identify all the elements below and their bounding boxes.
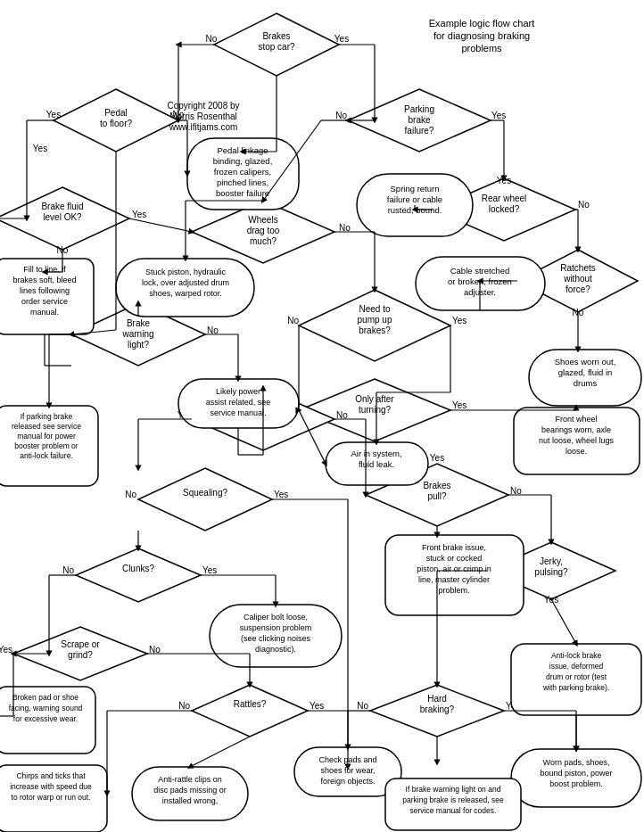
parking-no-label: No: [335, 111, 347, 120]
pedal-linkage-text1: Pedal linkage: [217, 145, 268, 155]
front-brake-text1: Front brake issue,: [422, 543, 486, 552]
anti-rattle-text3: installed wrong,: [162, 796, 219, 805]
check-pads-text3: foreign objects.: [320, 777, 375, 786]
front-wheel-text3: nut loose, wheel lugs: [539, 436, 615, 445]
brakes-stop-yes: Yes: [334, 34, 349, 44]
arrow-rattles-yes3: [190, 737, 250, 767]
arrow-fluid-yes: [129, 218, 192, 232]
air-text1: Air in system,: [351, 449, 401, 458]
hard-braking-no-label: No: [357, 701, 368, 711]
rattles-yes-label: Yes: [310, 701, 324, 711]
shoes-text1: Shoes worn out,: [555, 357, 616, 367]
anti-lock-text2: issue, deformed: [549, 662, 604, 671]
pedal-linkage-text4: pinched lines,: [217, 177, 268, 187]
broken-pad-text1: Broken pad or shoe: [12, 693, 78, 702]
pump-no-label: No: [287, 316, 299, 325]
pump-yes-label: Yes: [452, 316, 466, 325]
spring-text1: Spring return: [391, 184, 440, 194]
air-text2: fluid leak.: [359, 459, 394, 469]
pedal-linkage-text3: frozen calipers,: [214, 167, 271, 177]
ratchets-label3: force?: [566, 284, 590, 294]
clunks-label: Clunks?: [122, 564, 155, 573]
brake-warning-label3: light?: [128, 340, 149, 350]
arrow-jerky-yes: [551, 599, 576, 644]
cable-text1: Cable stretched: [450, 266, 510, 276]
brakes-stop-no: No: [206, 34, 218, 44]
only-turning-yes-label: Yes: [452, 400, 466, 410]
brake-warning-service-text3: service manual for codes.: [410, 806, 497, 815]
front-brake-text4: line, master cylinder: [418, 575, 490, 584]
brake-warning-service-text2: parking brake is released, see: [402, 795, 504, 804]
broken-pad-text2: facing, warning sound: [9, 704, 83, 713]
fill-text5: manual.: [30, 308, 59, 317]
caliper-text3: (see clicking noises: [241, 634, 311, 643]
brakes-pull-no-label: No: [510, 486, 522, 496]
flowchart-svg: Example logic flow chart for diagnosing …: [0, 0, 644, 832]
squealing-yes-label: Yes: [274, 490, 288, 499]
chart-subtitle1: for diagnosing braking: [433, 30, 530, 41]
worn-pads-text1: Worn pads, shoes,: [543, 758, 610, 767]
parking-brake-label1: Parking: [404, 104, 434, 114]
ratchets-label1: Ratchets: [560, 263, 595, 273]
scrape-yes-label: Yes: [0, 645, 12, 655]
scrape-label1: Scrape or: [61, 639, 100, 649]
chart-subtitle2: problems: [461, 43, 502, 54]
hard-braking-label1: Hard: [427, 694, 447, 704]
front-wheel-text4: loose.: [566, 447, 587, 456]
rattles-diamond: [192, 685, 308, 737]
parking-released-text4: booster problem or: [14, 441, 78, 450]
front-brake-text3: piston, air or crimp in: [417, 564, 491, 573]
rattles-label: Rattles?: [234, 699, 267, 709]
check-pads-text2: shoes for wear,: [320, 766, 375, 775]
worn-pads-text2: bound piston, power: [540, 769, 612, 778]
brakes-stop-car-label2: stop car?: [258, 42, 295, 52]
ratchets-label2: without: [563, 274, 592, 284]
pump-brakes-label3: brakes?: [359, 325, 391, 335]
pedal-to-floor-label2: to floor?: [100, 119, 133, 128]
scrape-label2: grind?: [68, 650, 93, 660]
brake-warning-no-label: No: [207, 325, 219, 335]
only-turning-label2: turning?: [359, 405, 392, 415]
brakes-stop-car-label1: Brakes: [262, 31, 290, 41]
caliper-text2: suspension problem: [240, 623, 312, 632]
clunks-diamond: [76, 548, 201, 602]
front-brake-text2: stuck or cocked: [426, 554, 483, 563]
squealing-label: Squealing?: [183, 488, 227, 498]
jerky-label1: Jerky,: [540, 556, 563, 566]
copyright-url: www.ifitjams.com: [169, 122, 238, 132]
caliper-text4: diagnostic).: [255, 645, 296, 654]
power-text1: Likely power: [216, 387, 260, 396]
parking-released-text2: released see service: [12, 422, 81, 431]
wheels-drag-label2: drag too: [247, 226, 280, 235]
front-wheel-text1: Front wheel: [555, 415, 597, 424]
brakes-pull-label2: pull?: [427, 491, 447, 501]
front-wheel-text2: bearings worn, axle: [541, 425, 611, 434]
parking-brake-label2: brake: [408, 115, 430, 125]
fluid-yes-label: Yes: [132, 210, 146, 219]
chirps-text3: to rotor warp or run out.: [12, 793, 91, 802]
anti-lock-text1: Anti-lock brake: [551, 651, 601, 660]
parking-brake-label3: failure?: [405, 126, 434, 136]
making-no-label: No: [336, 410, 348, 420]
stuck-text1: Stuck piston, hydraulic: [145, 268, 227, 276]
power-text3: service manual.: [210, 408, 266, 417]
brakes-pull-label1: Brakes: [423, 481, 450, 490]
flowchart-container: Example logic flow chart for diagnosing …: [0, 0, 644, 832]
hard-braking-label2: braking?: [420, 704, 455, 714]
rear-wheel-label2: locked?: [489, 204, 520, 214]
chirps-text2: increase with speed due: [10, 782, 92, 791]
pedal-to-floor-label1: Pedal: [104, 108, 128, 118]
pedal-linkage-text2: binding, glazed,: [213, 156, 273, 166]
front-brake-text5: problem.: [438, 586, 469, 595]
rattles-no-label: No: [178, 701, 190, 711]
fill-text3: lines following: [20, 286, 70, 295]
pedal-yes-label: Yes: [46, 110, 61, 119]
only-turning-label1: Only after: [355, 394, 394, 404]
caliper-text1: Caliper bolt loose,: [244, 613, 308, 622]
brake-fluid-label2: level OK?: [43, 212, 82, 222]
clunks-no-label: No: [62, 565, 74, 575]
pump-brakes-label1: Need to: [359, 304, 390, 314]
parking-released-text5: anti-lock failure.: [20, 451, 73, 460]
stuck-text3: shoes, warped rotor.: [149, 289, 222, 298]
anti-lock-text4: with parking brake).: [542, 683, 609, 692]
